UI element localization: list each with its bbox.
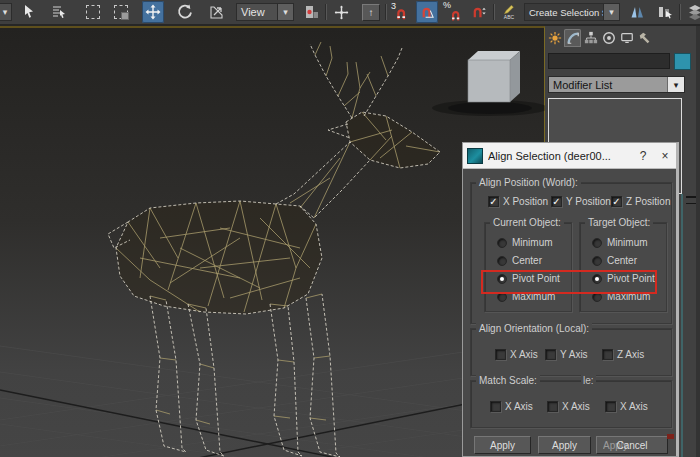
position-axis-checkboxes: ✓ X Position ✓ Y Position ✓ Z Position [488, 196, 670, 207]
selection-region-icon [86, 5, 100, 19]
radio-icon [497, 256, 507, 266]
utilities-icon [638, 31, 652, 45]
edit-named-selection-sets-button[interactable]: ABC [498, 1, 520, 23]
align-icon [657, 4, 673, 20]
rotate-icon [177, 4, 193, 20]
scale-x-axis-checkbox-1[interactable]: X Axis [490, 401, 547, 412]
orientation-z-axis-checkbox[interactable]: Z Axis [602, 349, 644, 360]
dialog-title: Align Selection (deer00... [488, 150, 632, 162]
rectangular-selection-region-button[interactable] [82, 1, 104, 23]
tab-display[interactable] [618, 29, 635, 47]
cancel-button[interactable]: Apply Cancel [596, 436, 668, 454]
named-selection-sets-dropdown[interactable]: Create Selection Se ▾ [524, 3, 620, 21]
select-object-button[interactable] [18, 1, 40, 23]
artifact-red-mark [667, 434, 674, 439]
select-and-move-button[interactable] [142, 1, 164, 23]
use-pivot-point-center-button[interactable] [300, 1, 322, 23]
current-minimum-radio[interactable]: Minimum [497, 237, 553, 248]
selection-filter-dropdown[interactable]: ▾ [0, 3, 12, 21]
target-center-radio[interactable]: Center [592, 255, 637, 266]
checkbox-icon [605, 401, 616, 412]
spinner-snap-toggle-button[interactable] [468, 1, 490, 23]
scale-x-axis-checkbox-3[interactable]: X Axis [605, 401, 648, 412]
modifier-list-value: Modifier List [549, 79, 667, 91]
select-cursor-icon [21, 4, 37, 20]
current-center-label: Center [512, 255, 542, 266]
target-box-object[interactable] [432, 51, 545, 116]
tab-create[interactable] [546, 29, 563, 47]
select-by-name-icon [51, 4, 67, 20]
artifact-ghost-label: le: [581, 375, 596, 386]
toolbar-separator [679, 4, 681, 20]
align-button[interactable] [654, 1, 676, 23]
checkbox-check-icon: ✓ [611, 196, 622, 207]
select-by-name-button[interactable] [48, 1, 70, 23]
mirror-button[interactable] [626, 1, 648, 23]
x-position-checkbox[interactable]: ✓ X Position [488, 196, 551, 207]
target-center-label: Center [607, 255, 637, 266]
deer-wireframe-object[interactable] [108, 42, 440, 457]
checkbox-icon [602, 349, 613, 360]
match-scale-group: Match Scale: le: X Axis X Axis X Axis [470, 380, 672, 428]
align-selection-dialog: Align Selection (deer00... ? × Align Pos… [462, 142, 679, 457]
orientation-x-axis-checkbox[interactable]: X Axis [495, 349, 545, 360]
keyboard-shortcut-override-button[interactable]: ↑ [360, 1, 382, 23]
apply-button-2-label: Apply [552, 440, 577, 451]
magnet-icon [394, 7, 408, 21]
tab-modify[interactable] [564, 29, 581, 47]
scale-x-axis-checkbox-2[interactable]: X Axis [547, 401, 605, 412]
checkbox-check-icon: ✓ [488, 196, 499, 207]
cancel-button-label: Cancel [616, 440, 647, 451]
apply-button-2[interactable]: Apply [538, 436, 591, 454]
radio-icon [592, 238, 602, 248]
target-minimum-radio[interactable]: Minimum [592, 237, 648, 248]
snaps-toggle-button[interactable]: 3 [390, 1, 412, 23]
orientation-y-axis-checkbox[interactable]: Y Axis [545, 349, 602, 360]
window-crossing-toggle-button[interactable] [110, 1, 132, 23]
percent-snap-toggle-button[interactable]: % [442, 1, 464, 23]
select-and-rotate-button[interactable] [174, 1, 196, 23]
close-button[interactable]: × [654, 149, 676, 163]
reference-coordinate-system-dropdown[interactable]: View ▾ [236, 3, 294, 21]
y-position-checkbox[interactable]: ✓ Y Position [551, 196, 611, 207]
layers-icon [687, 4, 700, 20]
apply-button-1[interactable]: Apply [474, 436, 531, 454]
chevron-down-icon: ▾ [667, 77, 684, 92]
magnet-icon [449, 9, 462, 22]
z-position-checkbox[interactable]: ✓ Z Position [611, 196, 670, 207]
manage-layers-button[interactable] [684, 1, 700, 23]
current-object-legend: Current Object: [490, 217, 564, 228]
manipulate-icon [334, 5, 349, 20]
object-color-swatch[interactable] [674, 53, 691, 70]
tab-utilities[interactable] [636, 29, 653, 47]
create-icon [548, 31, 562, 45]
target-minimum-label: Minimum [607, 237, 648, 248]
abc-label: ABC [504, 15, 514, 20]
checkbox-icon [545, 349, 556, 360]
mirror-icon [629, 4, 645, 20]
modifier-list-dropdown[interactable]: Modifier List ▾ [548, 76, 685, 93]
match-scale-legend: Match Scale: [476, 375, 540, 386]
percent-label: % [443, 1, 451, 10]
main-toolbar: ▾ View ▾ ↑ 3 % [0, 0, 700, 26]
snap-3d-label: 3 [391, 2, 396, 11]
current-center-radio[interactable]: Center [497, 255, 542, 266]
checkbox-icon [495, 349, 506, 360]
modify-icon [566, 31, 580, 45]
pivot-point-highlight-annotation [481, 270, 657, 294]
panel-scroll-handle[interactable] [686, 196, 696, 204]
y-position-label: Y Position [566, 196, 611, 207]
help-button[interactable]: ? [632, 149, 654, 163]
tab-motion[interactable] [600, 29, 617, 47]
select-and-scale-button[interactable] [206, 1, 228, 23]
panel-right-edge [696, 26, 700, 457]
checkbox-icon [490, 401, 501, 412]
toolbar-separator [325, 4, 327, 20]
up-arrow-icon: ↑ [362, 4, 380, 21]
dialog-titlebar[interactable]: Align Selection (deer00... ? × [463, 143, 676, 169]
tab-hierarchy[interactable] [582, 29, 599, 47]
checkbox-check-icon: ✓ [551, 196, 562, 207]
angle-snap-toggle-button[interactable] [416, 1, 438, 23]
select-and-manipulate-button[interactable] [330, 1, 352, 23]
object-name-field[interactable] [548, 53, 670, 69]
